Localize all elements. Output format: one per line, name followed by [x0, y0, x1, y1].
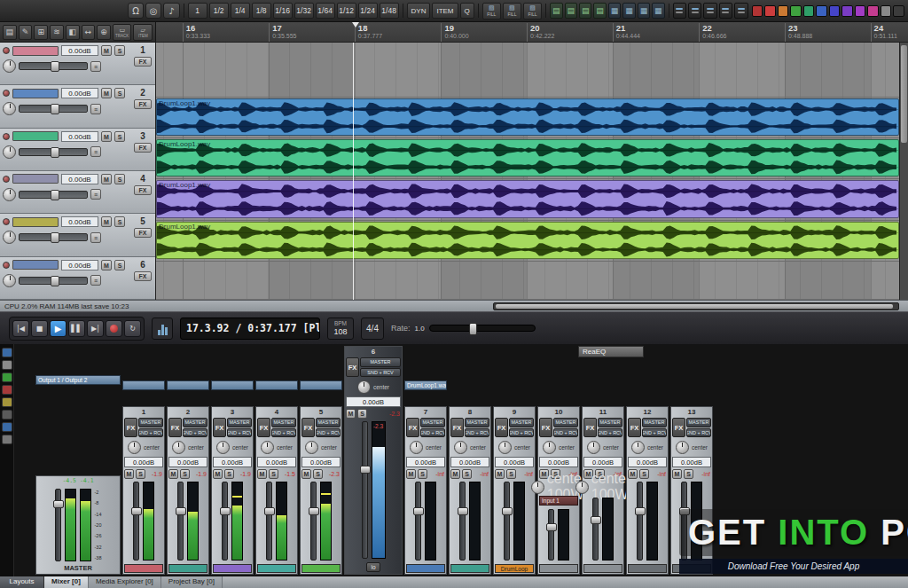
mixer-strip[interactable]: 9FXMASTERSND + RCVcenter0.00dBMS-infDrum… — [493, 406, 536, 575]
snap-toggle-icon[interactable]: Ω — [128, 3, 144, 19]
strip-pan-knob[interactable] — [498, 441, 512, 454]
track-env-button[interactable]: ≡ — [90, 232, 101, 243]
quantize-button[interactable]: Q — [460, 3, 474, 19]
grouping-toggle-icon[interactable] — [719, 3, 732, 19]
strip-pan-knob[interactable] — [172, 441, 185, 454]
media-mode-icon[interactable]: ▦ — [638, 3, 650, 19]
track-solo-button[interactable]: S — [114, 174, 125, 184]
strip-name-slot[interactable] — [300, 380, 342, 390]
docker-icon[interactable] — [2, 348, 12, 357]
strip-input-selector[interactable]: Input 1 — [539, 496, 578, 506]
strip-fx-button[interactable]: FX — [346, 357, 359, 377]
grouping-toggle-icon[interactable] — [703, 3, 716, 19]
record-arm-button[interactable] — [3, 47, 10, 54]
dynamic-split-button[interactable]: DYN — [407, 3, 431, 19]
strip-fader[interactable] — [592, 498, 599, 561]
strip-pan-knob[interactable] — [454, 441, 467, 454]
strip-fader-thumb[interactable] — [546, 523, 557, 531]
strip-fader[interactable] — [504, 482, 510, 561]
strip-fader[interactable] — [310, 482, 317, 561]
track-volume-fader-thumb[interactable] — [51, 104, 59, 114]
fill-gap-button[interactable]: ▧FILL — [503, 3, 521, 20]
strip-mute-button[interactable]: M — [450, 469, 460, 479]
mixer-strip[interactable]: 5FXMASTERSND + RCVcenter0.00dBMS-2.3 — [300, 380, 342, 575]
mixer-strip[interactable]: 4FXMASTERSND + RCVcenter0.00dBMS-1.5 — [255, 380, 298, 575]
strip-fader[interactable] — [548, 509, 554, 561]
strip-solo-button[interactable]: S — [136, 469, 145, 479]
strip-sndrcv-button[interactable]: SND + RCV — [227, 428, 252, 438]
envelope-mode-icon[interactable]: ▤ — [565, 3, 577, 19]
horizontal-scrollbar-thumb[interactable] — [496, 304, 893, 309]
track-mute-button[interactable]: M — [101, 216, 112, 227]
strip-route-master-button[interactable]: MASTER — [360, 357, 401, 367]
grid-division-button[interactable]: 1/48 — [380, 3, 399, 19]
grid-division-button[interactable]: 1/12 — [337, 3, 356, 19]
repeat-button[interactable]: ↻ — [124, 320, 141, 337]
strip-route-master-button[interactable]: MASTER — [420, 418, 445, 427]
track-name-field[interactable] — [12, 89, 59, 98]
track-color-swatch[interactable] — [881, 5, 892, 17]
media-mode-icon[interactable]: ▦ — [652, 3, 664, 19]
item-properties-button[interactable]: ITEM — [432, 3, 458, 19]
group-tracks-button[interactable]: ▭TRACK — [113, 24, 132, 41]
strip-pan-knob[interactable] — [631, 441, 645, 454]
track-color-swatch[interactable] — [867, 5, 879, 17]
stop-button[interactable]: ■ — [31, 320, 48, 337]
track-solo-button[interactable]: S — [114, 131, 125, 142]
track-color-swatch[interactable] — [841, 5, 853, 17]
grouping-toggle-icon[interactable] — [673, 3, 686, 19]
track-panel[interactable]: 0.00dBMS≡2FX — [0, 85, 155, 128]
strip-route-master-button[interactable]: MASTER — [227, 418, 252, 427]
envelope-mode-icon[interactable]: ▤ — [579, 3, 591, 19]
strip-mute-button[interactable]: M — [406, 469, 416, 479]
strip-width-knob[interactable] — [575, 481, 589, 494]
strip-pan-knob[interactable] — [543, 441, 556, 454]
track-color-swatch[interactable] — [764, 5, 776, 17]
track-solo-button[interactable]: S — [114, 88, 125, 98]
track-color-swatch[interactable] — [752, 5, 763, 17]
grid-toggle-icon[interactable]: ⊞ — [34, 25, 48, 40]
performance-meter-icon[interactable] — [152, 318, 173, 340]
strip-fader[interactable] — [177, 482, 184, 561]
track-color-swatch[interactable] — [855, 5, 866, 17]
record-button[interactable] — [106, 320, 122, 337]
track-color-swatch[interactable] — [790, 5, 802, 17]
strip-route-master-button[interactable]: MASTER — [553, 418, 578, 427]
strip-fader[interactable] — [362, 421, 368, 559]
strip-name-slot[interactable]: DrumLoop1.wav — [404, 380, 447, 390]
strip-fader[interactable] — [133, 482, 139, 561]
record-arm-button[interactable] — [3, 176, 10, 183]
track-mute-button[interactable]: M — [101, 88, 112, 98]
strip-solo-button[interactable]: S — [180, 469, 190, 479]
track-pan-knob[interactable] — [3, 102, 16, 115]
new-project-icon[interactable]: ▤ — [3, 25, 17, 40]
track-volume-fader[interactable] — [19, 105, 88, 113]
docker-icon[interactable] — [2, 435, 12, 444]
mixer-strip[interactable]: 11FXMASTERSND + RCVcenter0.00dBMS-infcen… — [582, 406, 624, 575]
strip-fx-button[interactable]: FX — [583, 418, 597, 437]
track-mute-button[interactable]: M — [101, 131, 112, 142]
strip-sndrcv-button[interactable]: SND + RCV — [598, 428, 622, 438]
track-color-swatch[interactable] — [816, 5, 827, 17]
strip-sndrcv-button[interactable]: SND + RCV — [360, 368, 401, 378]
layouts-button[interactable]: Layouts — [0, 576, 44, 588]
track-color-swatch[interactable] — [803, 5, 815, 17]
docker-icon[interactable] — [2, 360, 12, 370]
track-volume-fader[interactable] — [19, 148, 88, 156]
track-panel[interactable]: 0.00dBMS≡6FX — [0, 257, 155, 300]
track-name-field[interactable] — [12, 131, 59, 141]
strip-pan-knob[interactable] — [587, 441, 600, 454]
timeline-ruler[interactable]: 160:33.333170:35.555180:37.777190:40.000… — [156, 22, 908, 43]
strip-solo-button[interactable]: S — [269, 469, 278, 479]
strip-route-master-button[interactable]: MASTER — [138, 418, 163, 427]
strip-solo-button[interactable]: S — [506, 469, 516, 479]
mixer-strip[interactable]: 8FXMASTERSND + RCVcenter0.00dBMS-inf — [449, 406, 491, 575]
strip-route-master-button[interactable]: MASTER — [465, 418, 489, 427]
track-env-button[interactable]: ≡ — [90, 146, 101, 157]
go-to-end-button[interactable]: ▶| — [87, 320, 104, 337]
strip-fader-thumb[interactable] — [220, 507, 231, 515]
record-arm-button[interactable] — [3, 133, 10, 140]
track-solo-button[interactable]: S — [114, 216, 125, 227]
track-lane[interactable]: DrumLoop1.wav — [156, 221, 899, 262]
docker-icon[interactable] — [2, 385, 12, 395]
